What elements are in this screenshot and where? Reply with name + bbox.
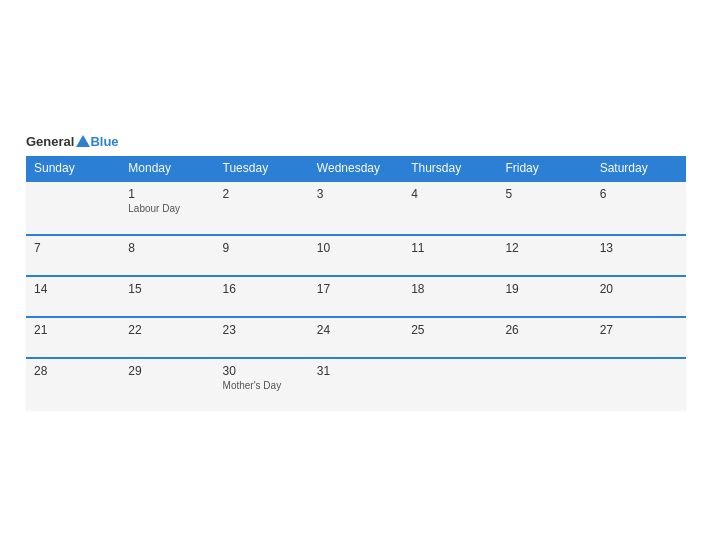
calendar-header: GeneralBlue	[26, 135, 686, 148]
week-row-1: 1Labour Day23456	[26, 181, 686, 235]
calendar-cell: 1Labour Day	[120, 181, 214, 235]
calendar-cell: 21	[26, 317, 120, 358]
day-number: 25	[411, 323, 489, 337]
calendar-cell	[403, 358, 497, 411]
logo: GeneralBlue	[26, 135, 119, 148]
day-number: 22	[128, 323, 206, 337]
week-row-3: 14151617181920	[26, 276, 686, 317]
calendar-cell: 24	[309, 317, 403, 358]
day-number: 9	[223, 241, 301, 255]
calendar-cell: 30Mother's Day	[215, 358, 309, 411]
calendar-cell	[26, 181, 120, 235]
day-number: 20	[600, 282, 678, 296]
day-number: 12	[505, 241, 583, 255]
day-number: 15	[128, 282, 206, 296]
week-row-5: 282930Mother's Day31	[26, 358, 686, 411]
day-number: 28	[34, 364, 112, 378]
day-number: 1	[128, 187, 206, 201]
weekday-header-tuesday: Tuesday	[215, 156, 309, 181]
weekday-header-sunday: Sunday	[26, 156, 120, 181]
calendar-cell: 28	[26, 358, 120, 411]
weekday-header-row: SundayMondayTuesdayWednesdayThursdayFrid…	[26, 156, 686, 181]
day-number: 21	[34, 323, 112, 337]
weekday-header-wednesday: Wednesday	[309, 156, 403, 181]
logo-triangle-icon	[76, 135, 90, 147]
weekday-header-friday: Friday	[497, 156, 591, 181]
calendar-cell: 11	[403, 235, 497, 276]
calendar-container: GeneralBlue SundayMondayTuesdayWednesday…	[11, 125, 701, 426]
day-number: 8	[128, 241, 206, 255]
calendar-cell	[497, 358, 591, 411]
week-row-2: 78910111213	[26, 235, 686, 276]
day-number: 2	[223, 187, 301, 201]
day-number: 4	[411, 187, 489, 201]
calendar-cell: 19	[497, 276, 591, 317]
logo-blue-text: Blue	[90, 135, 118, 148]
calendar-cell: 27	[592, 317, 686, 358]
calendar-cell: 12	[497, 235, 591, 276]
calendar-cell: 18	[403, 276, 497, 317]
day-number: 18	[411, 282, 489, 296]
calendar-cell: 5	[497, 181, 591, 235]
day-number: 13	[600, 241, 678, 255]
day-number: 10	[317, 241, 395, 255]
calendar-cell: 7	[26, 235, 120, 276]
day-number: 11	[411, 241, 489, 255]
week-row-4: 21222324252627	[26, 317, 686, 358]
calendar-cell: 4	[403, 181, 497, 235]
day-number: 6	[600, 187, 678, 201]
calendar-table: SundayMondayTuesdayWednesdayThursdayFrid…	[26, 156, 686, 411]
day-number: 26	[505, 323, 583, 337]
day-number: 23	[223, 323, 301, 337]
day-number: 16	[223, 282, 301, 296]
calendar-cell: 25	[403, 317, 497, 358]
calendar-cell: 15	[120, 276, 214, 317]
calendar-cell: 23	[215, 317, 309, 358]
day-number: 14	[34, 282, 112, 296]
calendar-cell: 6	[592, 181, 686, 235]
day-number: 24	[317, 323, 395, 337]
calendar-cell: 8	[120, 235, 214, 276]
calendar-tbody: 1Labour Day23456789101112131415161718192…	[26, 181, 686, 411]
day-number: 30	[223, 364, 301, 378]
day-number: 31	[317, 364, 395, 378]
calendar-cell: 22	[120, 317, 214, 358]
calendar-cell	[592, 358, 686, 411]
calendar-cell: 13	[592, 235, 686, 276]
calendar-cell: 14	[26, 276, 120, 317]
calendar-cell: 29	[120, 358, 214, 411]
day-number: 3	[317, 187, 395, 201]
calendar-cell: 20	[592, 276, 686, 317]
day-number: 7	[34, 241, 112, 255]
day-number: 5	[505, 187, 583, 201]
calendar-cell: 17	[309, 276, 403, 317]
weekday-header-saturday: Saturday	[592, 156, 686, 181]
day-number: 27	[600, 323, 678, 337]
day-number: 17	[317, 282, 395, 296]
holiday-label: Mother's Day	[223, 380, 301, 391]
weekday-header-monday: Monday	[120, 156, 214, 181]
calendar-cell: 31	[309, 358, 403, 411]
calendar-cell: 26	[497, 317, 591, 358]
calendar-cell: 3	[309, 181, 403, 235]
calendar-cell: 16	[215, 276, 309, 317]
calendar-cell: 9	[215, 235, 309, 276]
day-number: 29	[128, 364, 206, 378]
weekday-header-thursday: Thursday	[403, 156, 497, 181]
calendar-thead: SundayMondayTuesdayWednesdayThursdayFrid…	[26, 156, 686, 181]
holiday-label: Labour Day	[128, 203, 206, 214]
calendar-cell: 10	[309, 235, 403, 276]
logo-general-text: General	[26, 135, 74, 148]
day-number: 19	[505, 282, 583, 296]
calendar-cell: 2	[215, 181, 309, 235]
